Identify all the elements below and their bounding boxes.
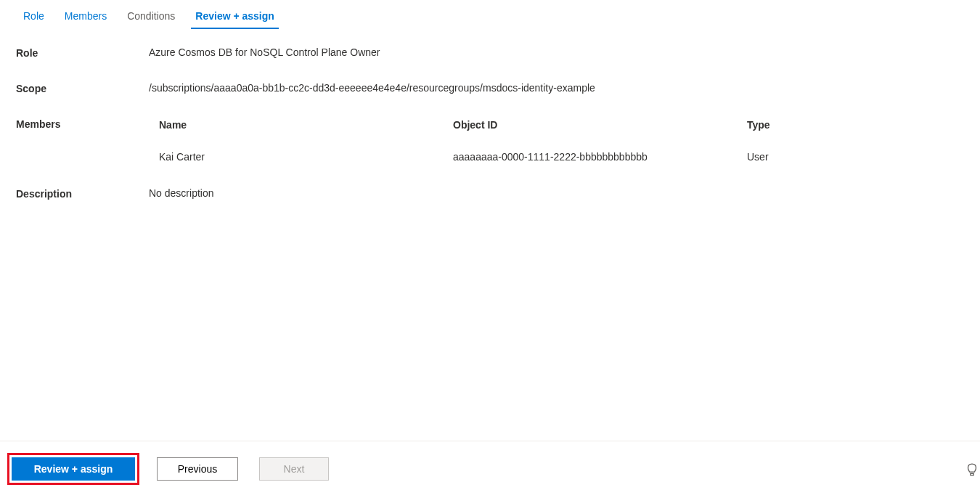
footer-actions: Review + assign Previous Next	[0, 441, 980, 490]
member-objectid: aaaaaaaa-0000-1111-2222-bbbbbbbbbbbb	[453, 151, 747, 163]
role-label: Role	[16, 46, 149, 59]
tab-conditions: Conditions	[117, 6, 185, 29]
description-label: Description	[16, 187, 149, 200]
tab-role[interactable]: Role	[13, 6, 54, 29]
highlight-review-assign: Review + assign	[7, 453, 139, 485]
tab-review-assign[interactable]: Review + assign	[185, 6, 285, 29]
feedback-icon[interactable]	[965, 462, 979, 478]
previous-button[interactable]: Previous	[157, 457, 238, 481]
review-assign-button[interactable]: Review + assign	[12, 457, 135, 481]
scope-value: /subscriptions/aaaa0a0a-bb1b-cc2c-dd3d-e…	[149, 82, 964, 94]
description-value: No description	[149, 187, 964, 199]
members-table: Name Object ID Type Kai Carter aaaaaaaa-…	[149, 118, 964, 163]
members-label: Members	[16, 118, 149, 130]
member-type: User	[747, 151, 964, 163]
tab-members[interactable]: Members	[54, 6, 117, 29]
members-header-name: Name	[159, 119, 453, 131]
review-content: Role Azure Cosmos DB for NoSQL Control P…	[0, 29, 980, 200]
member-name: Kai Carter	[159, 151, 453, 163]
table-row: Kai Carter aaaaaaaa-0000-1111-2222-bbbbb…	[149, 144, 964, 163]
members-header-type: Type	[747, 119, 964, 131]
tab-list: Role Members Conditions Review + assign	[0, 0, 980, 29]
scope-label: Scope	[16, 82, 149, 94]
role-value: Azure Cosmos DB for NoSQL Control Plane …	[149, 46, 964, 58]
next-button: Next	[259, 457, 329, 481]
members-header-objectid: Object ID	[453, 119, 747, 131]
